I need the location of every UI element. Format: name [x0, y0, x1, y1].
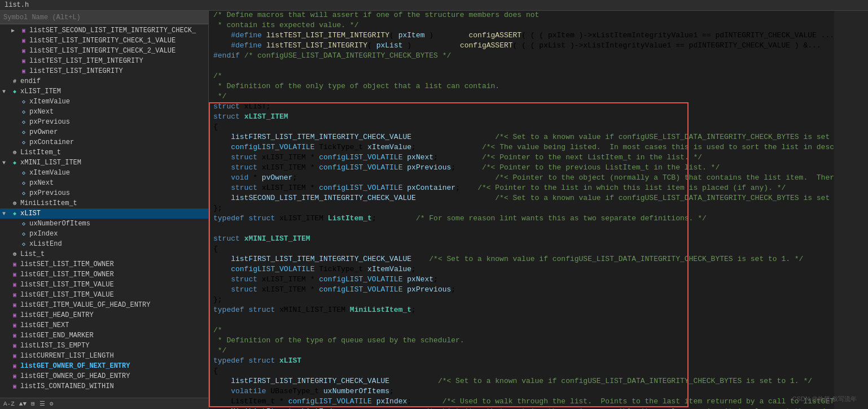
code-line: configLIST_VOLATILE TickType_t xItemValu…: [209, 265, 834, 275]
sidebar-item-listLIST_IS_EMPTY[interactable]: ▣listLIST_IS_EMPTY: [0, 341, 208, 351]
sidebar-item-pxNext2[interactable]: ◇pxNext: [0, 178, 208, 188]
view-toggle[interactable]: ⊞: [31, 400, 35, 407]
sidebar-item-listGET_HEAD_ENTRY[interactable]: ▣listGET_HEAD_ENTRY: [0, 310, 208, 320]
sidebar-item-listGET_NEXT[interactable]: ▣listGET_NEXT: [0, 320, 208, 330]
search-bar[interactable]: [0, 11, 208, 24]
sym-icon-macro: ▣: [19, 26, 28, 35]
code-line: listFIRST_LIST_ITEM_INTEGRITY_CHECK_VALU…: [209, 255, 834, 265]
sidebar-item-xLIST[interactable]: ▼◆xLIST: [0, 208, 208, 219]
sidebar-item-listGET_OWNER_OF_NEXT_ENTRY[interactable]: ▣listGET_OWNER_OF_NEXT_ENTRY: [0, 361, 208, 371]
sym-label: listLIST_IS_EMPTY: [20, 342, 89, 350]
expand-arrow[interactable]: ▼: [2, 160, 10, 166]
code-text: configLIST_VOLATILE TickType_t xItemValu…: [213, 265, 830, 273]
sidebar-item-listGET_ITEM_VALUE_OF_HEAD_ENTRY[interactable]: ▣listGET_ITEM_VALUE_OF_HEAD_ENTRY: [0, 300, 208, 310]
code-text: configLIST_VOLATILE TickType_t xItemValu…: [213, 143, 834, 151]
code-line: /*: [209, 72, 834, 82]
sym-icon-macro: ▣: [19, 36, 28, 45]
sidebar-item-List_t[interactable]: ⊕List_t: [0, 249, 208, 259]
sym-label: endif: [20, 77, 41, 85]
sidebar-item-xListEnd[interactable]: ◇xListEnd: [0, 239, 208, 249]
code-line: struct xLIST_ITEM: [209, 112, 834, 123]
sidebar-item-xItemValue2[interactable]: ◇xItemValue: [0, 168, 208, 178]
code-line: struct xLIST_ITEM * configLIST_VOLATILE …: [209, 163, 834, 173]
sort-toggle[interactable]: ▲▼: [19, 401, 27, 407]
sidebar-item-listGET_LIST_ITEM_VALUE[interactable]: ▣listGET_LIST_ITEM_VALUE: [0, 290, 208, 300]
sidebar-item-listSET_LIST_ITEM_VALUE[interactable]: ▣listSET_LIST_ITEM_VALUE: [0, 280, 208, 290]
sidebar-item-pxPrevious2[interactable]: ◇pxPrevious: [0, 188, 208, 198]
code-line: volatile UBaseType_t uxNumberOfItems;: [209, 387, 834, 397]
code-line: struct xLIST;: [209, 102, 834, 112]
code-line: #endif /* configUSE_LIST_DATA_INTEGRITY_…: [209, 51, 834, 62]
sidebar-item-endif[interactable]: #endif: [0, 76, 208, 86]
expand-arrow[interactable]: ▶: [11, 27, 19, 34]
sidebar-item-listGET_OWNER_OF_HEAD_ENTRY[interactable]: ▣listGET_OWNER_OF_HEAD_ENTRY: [0, 371, 208, 381]
sidebar-item-pxPrevious[interactable]: ◇pxPrevious: [0, 117, 208, 127]
sym-icon-field: ◇: [19, 189, 28, 198]
code-text: typedef struct xMINI_LIST_ITEM MiniListI…: [213, 306, 830, 314]
sidebar-item-listSET_LIST_2[interactable]: ▣listSET_LIST_INTEGRITY_CHECK_2_VALUE: [0, 46, 208, 56]
code-text: #define listTEST_LIST_ITEM_INTEGRITY( px…: [213, 31, 834, 40]
code-text: * contain its expected value. */: [213, 21, 830, 29]
sidebar-item-listGET_LIST_ITEM_OWNER[interactable]: ▣listGET_LIST_ITEM_OWNER: [0, 269, 208, 280]
expand-arrow[interactable]: ▼: [2, 89, 10, 95]
code-line: listFIRST_LIST_INTEGRITY_CHECK_VALUE /*<…: [209, 377, 834, 387]
code-line: {: [209, 367, 834, 377]
sidebar-item-pxNext[interactable]: ◇pxNext: [0, 107, 208, 117]
sym-icon-typedef: ⊕: [10, 148, 19, 157]
sidebar-item-listSET_SECOND[interactable]: ▶▣listSET_SECOND_LIST_ITEM_INTEGRITY_CHE…: [0, 25, 208, 36]
settings-icon[interactable]: ⚙: [50, 400, 54, 407]
code-line: struct xLIST_ITEM * configLIST_VOLATILE …: [209, 285, 834, 295]
expand-arrow[interactable]: ▼: [2, 211, 10, 217]
sidebar-item-xMINI_LIST_ITEM[interactable]: ▼◆xMINI_LIST_ITEM: [0, 158, 208, 168]
list-toggle[interactable]: ☰: [40, 400, 45, 407]
sidebar-item-listGET_END_MARKER[interactable]: ▣listGET_END_MARKER: [0, 330, 208, 341]
code-text: */: [213, 92, 830, 101]
sidebar-item-uxNumberOfItems[interactable]: ◇uxNumberOfItems: [0, 219, 208, 229]
code-line: listSECOND_LIST_ITEM_INTEGRITY_CHECK_VAL…: [209, 194, 834, 204]
code-text: struct xLIST_ITEM * configLIST_VOLATILE …: [213, 184, 830, 192]
code-text: {: [213, 245, 830, 253]
sym-icon-field: ◇: [19, 168, 28, 177]
sym-icon-macro: ▣: [10, 382, 19, 391]
code-text: struct xLIST_ITEM: [213, 112, 830, 121]
code-text: typedef struct xLIST: [213, 356, 830, 365]
sym-label: MiniListItem_t: [20, 199, 77, 207]
sidebar-item-listSET_LIST_1[interactable]: ▣listSET_LIST_INTEGRITY_CHECK_1_VALUE: [0, 36, 208, 46]
sidebar-item-listTEST_ITEM[interactable]: ▣listTEST_LIST_ITEM_INTEGRITY: [0, 56, 208, 66]
sidebar-item-listIS_CONTAINED_WITHIN[interactable]: ▣listIS_CONTAINED_WITHIN: [0, 381, 208, 391]
sym-label: listGET_HEAD_ENTRY: [20, 311, 94, 319]
code-text: listFIRST_LIST_ITEM_INTEGRITY_CHECK_VALU…: [213, 133, 834, 141]
sym-icon-class: ◆: [10, 158, 19, 167]
code-text: void * pvOwner; /*< Pointer to the objec…: [213, 173, 834, 182]
code-area[interactable]: /* Define macros that will assert if one…: [209, 11, 834, 409]
sidebar-item-pxIndex[interactable]: ◇pxIndex: [0, 229, 208, 239]
sidebar-item-pvOwner[interactable]: ◇pvOwner: [0, 127, 208, 137]
sym-icon-macro: ▣: [10, 351, 19, 360]
sidebar-item-listTEST_LIST[interactable]: ▣listTEST_LIST_INTEGRITY: [0, 66, 208, 76]
sidebar-item-pxContainer[interactable]: ◇pxContainer: [0, 137, 208, 147]
code-text: struct xMINI_LIST_ITEM: [213, 234, 830, 243]
sidebar-item-listSET_LIST_ITEM_OWNER[interactable]: ▣listSET_LIST_ITEM_OWNER: [0, 259, 208, 269]
code-line: typedef struct xLIST_ITEM ListItem_t; /*…: [209, 214, 834, 224]
symbol-list: ▶▣listSET_SECOND_LIST_ITEM_INTEGRITY_CHE…: [0, 24, 208, 398]
code-line: {: [209, 123, 834, 133]
sidebar-item-ListItem_t[interactable]: ⊕ListItem_t: [0, 147, 208, 158]
sym-label: listGET_OWNER_OF_HEAD_ENTRY: [20, 372, 130, 380]
sym-icon-macro: ▣: [19, 56, 28, 66]
sym-icon-field: ◇: [19, 240, 28, 249]
sidebar-item-xLIST_ITEM[interactable]: ▼◆xLIST_ITEM: [0, 86, 208, 97]
code-line: };: [209, 295, 834, 306]
sort-az[interactable]: A-Z: [3, 401, 15, 407]
sidebar-item-xItemValue[interactable]: ◇xItemValue: [0, 97, 208, 107]
bottom-bar: A-Z ▲▼ ⊞ ☰ ⚙: [0, 398, 208, 409]
code-text: listFIRST_LIST_ITEM_INTEGRITY_CHECK_VALU…: [213, 255, 830, 263]
code-text: /*: [213, 326, 830, 334]
search-input[interactable]: [3, 14, 205, 21]
sidebar-item-MiniListItem_t[interactable]: ⊕MiniListItem_t: [0, 198, 208, 208]
code-text: {: [213, 367, 830, 375]
sym-icon-field: ◇: [19, 107, 28, 116]
code-line: listFIRST_LIST_ITEM_INTEGRITY_CHECK_VALU…: [209, 133, 834, 143]
sym-label: listGET_ITEM_VALUE_OF_HEAD_ENTRY: [20, 301, 150, 309]
sym-label: listCURRENT_LIST_LENGTH: [20, 352, 114, 360]
sidebar-item-listCURRENT_LIST_LENGTH[interactable]: ▣listCURRENT_LIST_LENGTH: [0, 351, 208, 361]
